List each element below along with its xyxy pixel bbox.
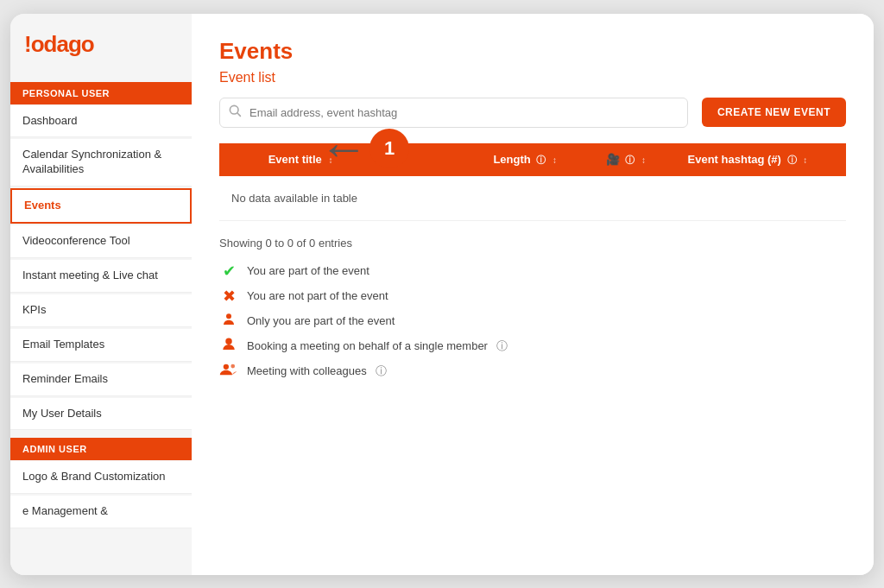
sidebar-item-events[interactable]: Events: [10, 188, 192, 224]
col-checkbox: [219, 143, 256, 176]
info-icon-colleagues: ⓘ: [376, 364, 387, 379]
sidebar: !odago PERSONAL USER Dashboard Calendar …: [10, 14, 192, 575]
sidebar-item-dashboard[interactable]: Dashboard: [10, 105, 192, 138]
search-bar-row: CREATE NEW EVENT: [219, 98, 846, 128]
sidebar-item-calendar[interactable]: Calendar Synchronization & Availabilitie…: [10, 139, 192, 187]
table-row: No data available in table: [219, 176, 846, 221]
sort-icon-hashtag: ↕: [803, 155, 807, 165]
legend-item-only-you: Only you are part of the event: [219, 312, 846, 331]
logo-prefix: !: [24, 31, 31, 57]
col-event-hashtag[interactable]: Event hashtag (#) ⓘ ↕: [676, 143, 846, 176]
person-single-icon: [219, 337, 238, 356]
entries-info: Showing 0 to 0 of 0 entries: [219, 237, 846, 250]
col-length[interactable]: Length ⓘ ↕: [481, 143, 593, 176]
sidebar-item-videoconference[interactable]: Videoconference Tool: [10, 225, 192, 258]
section-title: Event list: [219, 70, 846, 85]
admin-section-header: ADMIN USER: [10, 438, 192, 460]
personal-section-header: PERSONAL USER: [10, 82, 192, 104]
sidebar-item-kpis[interactable]: KPIs: [10, 294, 192, 327]
legend-item-meeting-colleagues: Meeting with colleagues ⓘ: [219, 362, 846, 381]
video-icon: 🎥: [606, 153, 620, 166]
svg-point-5: [224, 364, 229, 369]
info-icon-hashtag: ⓘ: [787, 155, 797, 165]
search-icon: [228, 104, 242, 121]
sort-icon: ↕: [328, 155, 332, 165]
search-input[interactable]: [219, 98, 688, 128]
sidebar-item-reminder-emails[interactable]: Reminder Emails: [10, 364, 192, 396]
sidebar-item-logo-brand[interactable]: Logo & Brand Customization: [10, 461, 192, 494]
app-logo: !odago: [24, 31, 94, 57]
svg-line-1: [237, 113, 241, 117]
legend-list: ✔ You are part of the event ✖ You are no…: [219, 262, 846, 381]
events-table: Event title ↕ Length ⓘ ↕ 🎥 ⓘ ↕ Event: [219, 143, 846, 221]
sidebar-item-instant-meeting[interactable]: Instant meeting & Live chat: [10, 260, 192, 293]
logo-area: !odago: [10, 14, 192, 75]
check-icon: ✔: [219, 262, 238, 281]
legend-item-not-part-of-event: ✖ You are not part of the event: [219, 287, 846, 306]
group-icon: [219, 362, 238, 381]
col-video[interactable]: 🎥 ⓘ ↕: [594, 143, 676, 176]
person-icon: [219, 312, 238, 331]
main-content: ← 1 Events Event list CREATE NEW EVENT: [192, 14, 874, 575]
sort-icon-video: ↕: [641, 155, 646, 165]
sidebar-item-email-templates[interactable]: Email Templates: [10, 329, 192, 362]
sidebar-item-management[interactable]: e Management &: [10, 496, 192, 528]
svg-point-6: [230, 364, 235, 368]
page-title: Events: [219, 38, 846, 65]
search-input-wrap: [219, 98, 688, 128]
info-icon-booking: ⓘ: [496, 338, 508, 354]
sidebar-item-my-user-details[interactable]: My User Details: [10, 398, 192, 431]
legend-item-booking-behalf: Booking a meeting on behalf of a single …: [219, 337, 846, 356]
sort-icon-length: ↕: [552, 155, 557, 165]
svg-point-4: [226, 338, 231, 344]
create-event-button[interactable]: CREATE NEW EVENT: [702, 98, 846, 127]
legend-item-part-of-event: ✔ You are part of the event: [219, 262, 846, 281]
col-event-title[interactable]: Event title ↕: [256, 143, 482, 176]
cross-icon: ✖: [219, 287, 238, 306]
info-icon-video: ⓘ: [625, 155, 635, 165]
no-data-text: No data available in table: [219, 176, 846, 221]
info-icon-length: ⓘ: [536, 155, 546, 165]
svg-point-2: [226, 313, 231, 319]
logo-text: odago: [31, 31, 94, 57]
